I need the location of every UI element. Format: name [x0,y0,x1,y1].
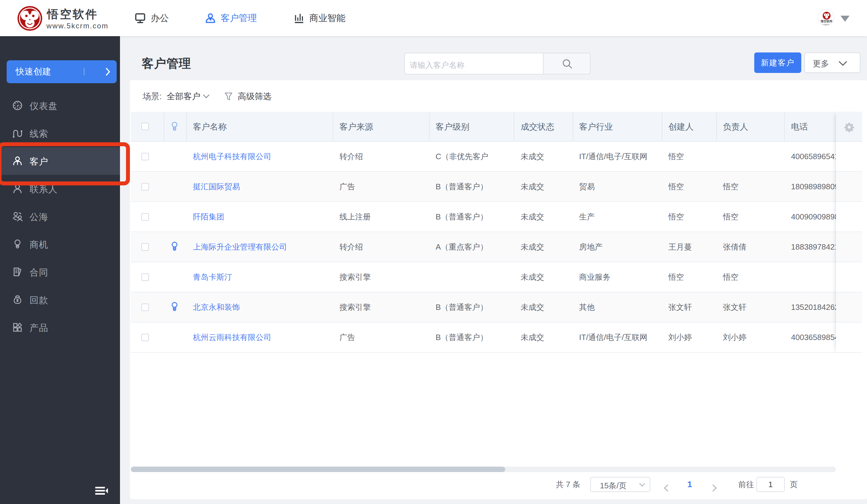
svg-text:www.5kcrm.com: www.5kcrm.com [820,23,834,25]
svg-text:悟空软件: 悟空软件 [820,20,832,23]
